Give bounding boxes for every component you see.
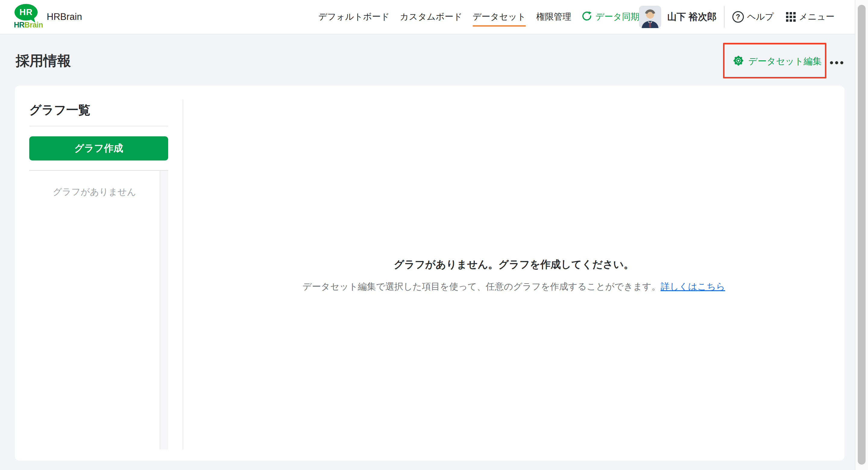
nav-item-permissions[interactable]: 権限管理 (536, 11, 571, 23)
graph-list-panel: グラフがありません (29, 170, 168, 449)
data-sync-button[interactable]: データ同期 (581, 10, 639, 24)
page-scrollbar-track (855, 0, 868, 470)
sidebar-divider (29, 126, 168, 126)
empty-state-description-text: データセット編集で選択した項目を使って、任意のグラフを作成することができます。 (303, 282, 661, 291)
nav-item-dataset[interactable]: データセット (472, 11, 526, 23)
main-empty-state: グラフがありません。グラフを作成してください。 データセット編集で選択した項目を… (183, 258, 844, 293)
help-button[interactable]: ? ヘルプ (733, 11, 774, 23)
navbar-right-group: 山下 裕次郎 ? ヘルプ メニュー (639, 0, 835, 34)
dataset-edit-button[interactable]: データセット編集 (733, 56, 822, 67)
more-options-button[interactable] (829, 60, 844, 65)
data-sync-label: データ同期 (595, 11, 639, 23)
page-title: 採用情報 (16, 52, 71, 70)
logo-wordmark-hr: HR (14, 21, 24, 29)
logo-bubble-icon: HR (14, 4, 38, 21)
graph-list-empty-text: グラフがありません (29, 186, 160, 198)
nav-item-custom-board[interactable]: カスタムボード (400, 11, 462, 23)
nav-item-default-board[interactable]: デフォルトボード (318, 11, 390, 23)
help-label: ヘルプ (747, 11, 774, 23)
hrbrain-logo[interactable]: HR HRBrain (14, 2, 48, 31)
menu-button[interactable]: メニュー (786, 11, 835, 23)
empty-state-title: グラフがありません。グラフを作成してください。 (183, 258, 844, 271)
more-icon (830, 61, 833, 64)
graph-list-heading: グラフ一覧 (29, 102, 90, 118)
graph-list-scrollbar-track[interactable] (160, 171, 168, 449)
app-name: HRBrain (47, 0, 82, 34)
create-graph-button[interactable]: グラフ作成 (29, 136, 168, 160)
avatar[interactable] (639, 6, 661, 28)
logo-bubble-text: HR (20, 7, 33, 17)
user-name[interactable]: 山下 裕次郎 (667, 10, 717, 23)
gear-icon (733, 55, 744, 67)
top-navbar: HR HRBrain HRBrain デフォルトボード カスタムボード データセ… (0, 0, 868, 34)
primary-nav: デフォルトボード カスタムボード データセット 権限管理 データ同期 (318, 0, 640, 34)
learn-more-link[interactable]: 詳しくはこちら (661, 282, 725, 291)
menu-label: メニュー (799, 11, 835, 23)
logo-wordmark-brain: Brain (24, 21, 43, 29)
empty-state-description: データセット編集で選択した項目を使って、任意のグラフを作成することができます。詳… (183, 281, 844, 293)
refresh-icon (581, 10, 592, 24)
grid-menu-icon (786, 12, 796, 22)
page-scrollbar-thumb[interactable] (858, 5, 866, 465)
dataset-edit-label: データセット編集 (748, 55, 822, 67)
logo-wordmark: HRBrain (14, 21, 43, 29)
content-card: グラフ一覧 グラフ作成 グラフがありません グラフがありません。グラフを作成して… (15, 86, 844, 461)
help-icon: ? (733, 11, 744, 23)
navbar-divider (724, 6, 724, 28)
